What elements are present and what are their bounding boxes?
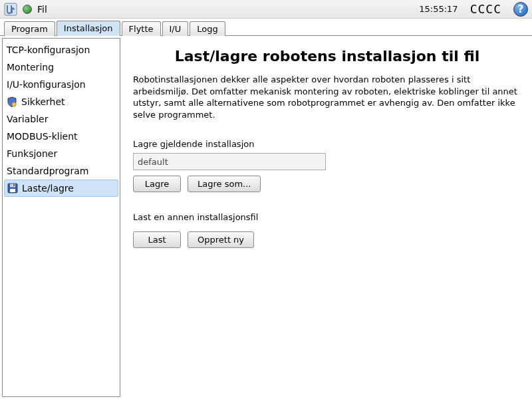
sidebar-item-label: Sikkerhet	[21, 96, 65, 107]
sidebar-item-modbus[interactable]: MODBUS-klient	[3, 128, 120, 145]
sidebar-item-label: Standardprogram	[7, 166, 88, 176]
sidebar-item-sikkerhet[interactable]: Sikkerhet	[3, 93, 120, 110]
sidebar-item-montering[interactable]: Montering	[3, 59, 120, 76]
status-dot-icon	[23, 5, 32, 14]
sidebar-item-laste-lagre[interactable]: Laste/lagre	[4, 180, 118, 197]
load-button[interactable]: Last	[133, 231, 181, 248]
sidebar-item-funksjoner[interactable]: Funksjoner	[3, 145, 120, 162]
sidebar-item-tcp[interactable]: TCP-konfigurasjon	[3, 41, 120, 59]
installation-name-field[interactable]: default	[133, 153, 326, 170]
floppy-disk-icon	[7, 183, 18, 194]
top-bar: Fil 15:55:17 CCCC ?	[0, 0, 532, 19]
sidebar-item-label: Funksjoner	[7, 148, 57, 159]
sidebar-item-label: MODBUS-klient	[7, 131, 78, 142]
page-description: Robotinstallasjonen dekker alle aspekter…	[133, 74, 521, 120]
save-button[interactable]: Lagre	[133, 176, 181, 192]
save-as-button[interactable]: Lagre som...	[188, 176, 261, 192]
workspace: TCP-konfigurasjon Montering I/U-konfigur…	[0, 36, 532, 399]
page-title: Last/lagre robotens installasjon til fil	[133, 48, 521, 65]
tab-iu[interactable]: I/U	[162, 21, 189, 36]
menu-file[interactable]: Fil	[37, 4, 47, 15]
svg-point-1	[12, 102, 16, 106]
tab-installasjon[interactable]: Installasjon	[57, 21, 120, 36]
ur-logo	[4, 3, 17, 16]
sidebar: TCP-konfigurasjon Montering I/U-konfigur…	[2, 38, 120, 397]
save-section-label: Lagre gjeldende installasjon	[133, 139, 521, 149]
sidebar-item-label: Montering	[7, 62, 54, 72]
tab-program[interactable]: Program	[4, 21, 55, 36]
sidebar-item-variabler[interactable]: Variabler	[3, 110, 120, 128]
tab-logg[interactable]: Logg	[190, 21, 225, 36]
sidebar-item-label: TCP-konfigurasjon	[7, 45, 90, 55]
sidebar-item-label: Laste/lagre	[22, 183, 74, 194]
load-section-label: Last en annen installasjonsfil	[133, 212, 521, 222]
sidebar-item-label: Variabler	[7, 114, 48, 124]
status-indicator: CCCC	[470, 2, 501, 16]
main-tabs: Program Installasjon Flytte I/U Logg	[0, 19, 532, 36]
sidebar-item-iu-config[interactable]: I/U-konfigurasjon	[3, 76, 120, 93]
help-button[interactable]: ?	[513, 2, 528, 17]
shield-icon	[7, 96, 17, 107]
main-panel: Last/lagre robotens installasjon til fil…	[122, 36, 532, 399]
create-new-button[interactable]: Opprett ny	[188, 231, 254, 248]
tab-flytte[interactable]: Flytte	[122, 21, 161, 36]
svg-rect-4	[10, 189, 15, 192]
svg-rect-5	[13, 184, 15, 186]
clock: 15:55:17	[419, 4, 458, 14]
sidebar-item-standardprogram[interactable]: Standardprogram	[3, 162, 120, 180]
sidebar-item-label: I/U-konfigurasjon	[7, 79, 86, 90]
